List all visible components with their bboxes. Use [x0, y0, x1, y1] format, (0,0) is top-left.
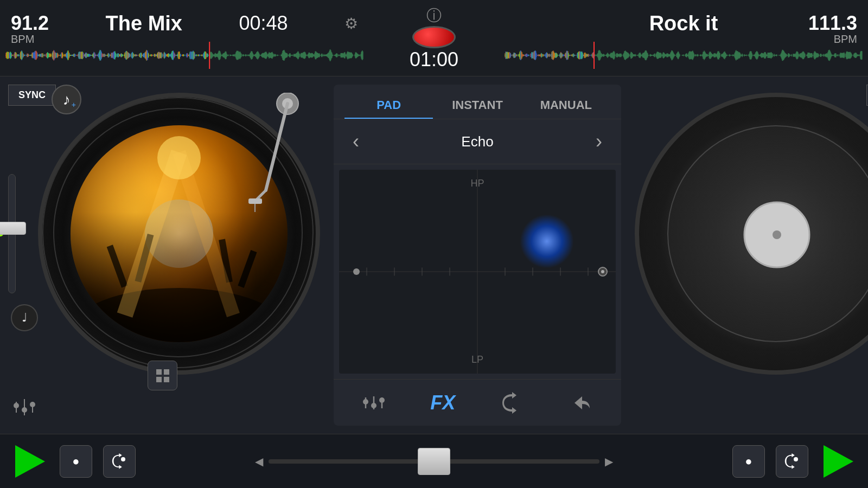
- left-turntable[interactable]: [38, 93, 320, 375]
- right-loop-button[interactable]: [776, 445, 808, 478]
- svg-point-46: [121, 457, 125, 461]
- svg-point-17: [30, 402, 35, 407]
- record-button[interactable]: [412, 26, 456, 48]
- svg-point-0: [71, 288, 288, 342]
- right-track-header: 00:00 Rock it 111.3 BPM: [499, 8, 868, 69]
- crossfader-left-arrow[interactable]: ◀: [255, 455, 263, 468]
- next-effect-button[interactable]: ›: [588, 127, 610, 156]
- left-play-button[interactable]: [11, 442, 49, 480]
- crossfader-right-arrow[interactable]: ▶: [605, 455, 613, 468]
- svg-rect-4: [238, 250, 257, 288]
- svg-point-39: [773, 230, 781, 239]
- svg-rect-1: [107, 245, 128, 287]
- tab-instant[interactable]: INSTANT: [433, 93, 521, 119]
- left-sync-button[interactable]: SYNC: [8, 85, 56, 106]
- info-icon[interactable]: ⓘ: [426, 5, 442, 26]
- mixer-button[interactable]: [344, 388, 403, 418]
- xy-cursor[interactable]: [520, 214, 574, 268]
- xy-grid-lines: [339, 170, 616, 374]
- left-deck: SYNC ♪ + ♩: [0, 76, 326, 434]
- right-turntable[interactable]: [635, 93, 868, 375]
- svg-line-8: [266, 104, 288, 190]
- right-record-button[interactable]: ●: [732, 445, 765, 478]
- effect-navigation: ‹ Echo ›: [334, 119, 621, 164]
- tab-manual[interactable]: MANUAL: [522, 93, 610, 119]
- right-track-title: Rock it: [649, 12, 718, 35]
- grid-button[interactable]: [148, 361, 177, 390]
- svg-point-47: [794, 457, 798, 461]
- left-waveform[interactable]: [5, 42, 363, 69]
- right-deck: SYNC ♩: [629, 76, 868, 434]
- svg-rect-19: [164, 369, 169, 375]
- left-loop-button[interactable]: [103, 445, 136, 478]
- left-track-header: 91.2 The Mix 00:48 ⚙ BPM: [0, 8, 369, 69]
- center-top-row: ⓘ: [426, 5, 442, 26]
- svg-rect-10: [248, 198, 262, 204]
- crossfader[interactable]: ◀ ▶: [244, 455, 624, 468]
- crossfader-track[interactable]: [269, 459, 599, 464]
- svg-point-33: [363, 399, 368, 404]
- left-music-note-button[interactable]: ♩: [11, 304, 38, 331]
- settings-icon[interactable]: ⚙: [344, 15, 358, 33]
- fx-bottom-controls: FX: [334, 379, 621, 426]
- right-bpm-number: 111.3: [808, 12, 857, 35]
- svg-rect-18: [156, 369, 162, 375]
- back-button[interactable]: [552, 388, 611, 418]
- fx-inner-panel: PAD INSTANT MANUAL ‹ Echo ›: [334, 85, 621, 426]
- fx-panel: PAD INSTANT MANUAL ‹ Echo ›: [326, 76, 629, 434]
- left-eq-button[interactable]: [11, 394, 38, 423]
- xy-dot-right: [598, 267, 608, 277]
- fx-button[interactable]: FX: [414, 388, 473, 418]
- right-time-center: 01:00: [410, 48, 458, 71]
- effect-name: Echo: [367, 133, 588, 150]
- svg-point-15: [22, 407, 27, 413]
- lp-label: LP: [471, 354, 483, 365]
- tonearm: [201, 93, 309, 228]
- right-play-button[interactable]: [819, 442, 857, 480]
- fx-tabs: PAD INSTANT MANUAL: [334, 85, 621, 119]
- left-bpm-value: 91.2: [11, 12, 49, 35]
- right-bottom-controls: ●: [732, 442, 857, 480]
- svg-rect-21: [164, 377, 169, 382]
- svg-point-37: [379, 397, 385, 403]
- center-controls: ⓘ 01:00: [369, 0, 499, 76]
- main-area: SYNC ♪ + ♩: [0, 76, 868, 434]
- crossfader-handle[interactable]: [418, 448, 450, 475]
- top-bar: 91.2 The Mix 00:48 ⚙ BPM ⓘ 01:00 00:00 R…: [0, 0, 868, 76]
- bottom-bar: ● ◀ ▶ ●: [0, 434, 868, 488]
- svg-point-5: [157, 136, 201, 179]
- left-record-button[interactable]: ●: [60, 445, 92, 478]
- tab-pad[interactable]: PAD: [344, 93, 433, 119]
- right-waveform[interactable]: [505, 42, 863, 69]
- left-track-title: The Mix: [106, 12, 182, 35]
- left-bpm-number: 91.2: [11, 12, 49, 34]
- svg-point-35: [371, 403, 376, 408]
- hp-label: HP: [470, 178, 484, 189]
- fx-xy-pad[interactable]: HP LP: [339, 170, 616, 374]
- left-bottom-controls: ●: [11, 442, 136, 480]
- left-time-display: 00:48: [239, 12, 288, 35]
- loop-button[interactable]: [483, 388, 541, 418]
- left-volume-slider[interactable]: [8, 174, 16, 293]
- prev-effect-button[interactable]: ‹: [344, 127, 367, 156]
- add-music-button[interactable]: ♪ +: [52, 85, 81, 114]
- svg-rect-20: [156, 377, 162, 382]
- svg-point-13: [14, 403, 19, 408]
- xy-dot-left: [353, 268, 360, 275]
